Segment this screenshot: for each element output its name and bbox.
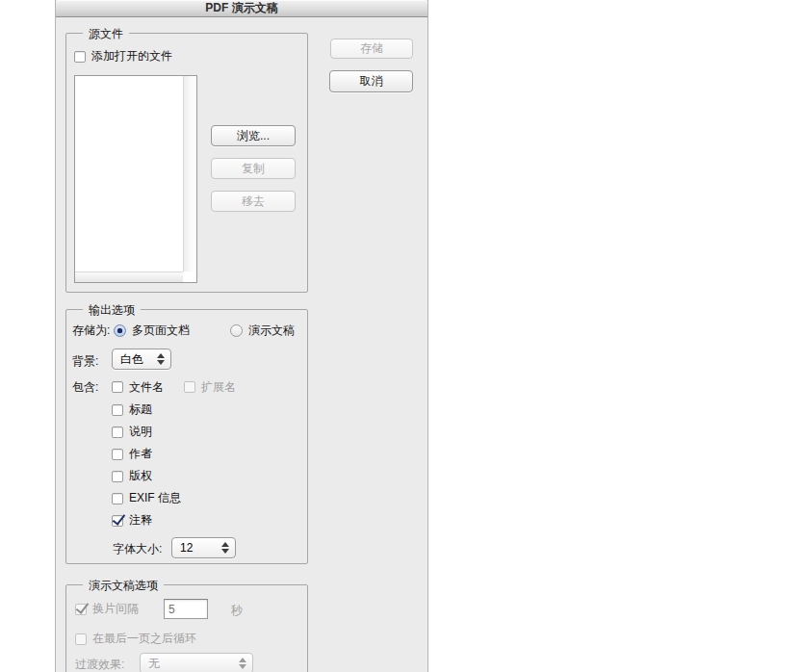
- stepper-arrows-icon: [157, 353, 165, 365]
- notes-checkbox-label: 注释: [129, 512, 152, 529]
- include-copyright-item[interactable]: 版权: [112, 468, 152, 484]
- include-title-item[interactable]: 标题: [112, 401, 152, 418]
- include-filename-item[interactable]: 文件名: [112, 379, 164, 396]
- font-size-label: 字体大小:: [113, 541, 162, 557]
- output-options-group: 输出选项 存储为: 多页面文档 演示文稿 背景: 白色: [65, 309, 308, 564]
- include-author-item[interactable]: 作者: [112, 446, 152, 462]
- presentation-options-legend: 演示文稿选项: [83, 578, 164, 594]
- notes-checkbox[interactable]: [112, 515, 123, 527]
- loop-after-last-checkbox: [75, 633, 87, 645]
- file-list-vertical-scrollbar[interactable]: [183, 76, 196, 271]
- include-exif-item[interactable]: EXIF 信息: [112, 490, 181, 506]
- description-checkbox-label: 说明: [129, 424, 152, 440]
- output-options-legend: 输出选项: [83, 302, 141, 319]
- background-popup-value: 白色: [120, 351, 143, 368]
- presentation-radio-label: 演示文稿: [248, 323, 295, 339]
- advance-every-label: 换片间隔: [92, 601, 139, 617]
- browse-button-label: 浏览...: [237, 128, 270, 144]
- file-list-horizontal-scrollbar[interactable]: [75, 271, 183, 282]
- remove-button-label: 移去: [242, 194, 265, 210]
- loop-after-last-label: 在最后一页之后循环: [92, 631, 196, 647]
- add-open-files-row[interactable]: 添加打开的文件: [74, 48, 172, 65]
- save-as-row: 存储为: 多页面文档 演示文稿: [72, 323, 303, 338]
- transition-label: 过渡效果:: [75, 657, 124, 672]
- seconds-unit-label: 秒: [231, 603, 243, 619]
- remove-button: 移去: [211, 191, 296, 212]
- source-files-group: 源文件 添加打开的文件 浏览... 复制 移去: [65, 33, 308, 293]
- source-file-list[interactable]: [74, 75, 197, 283]
- source-files-legend: 源文件: [83, 26, 129, 42]
- advance-every-row: 换片间隔: [75, 601, 139, 617]
- include-notes-item[interactable]: 注释: [112, 512, 152, 529]
- background-label: 背景:: [72, 353, 98, 370]
- stepper-arrows-icon: [239, 658, 246, 669]
- save-as-label: 存储为:: [72, 323, 110, 339]
- loop-after-last-row: 在最后一页之后循环: [75, 631, 196, 647]
- background-popup[interactable]: 白色: [112, 349, 171, 370]
- presentation-options-group: 演示文稿选项 换片间隔 秒 在最后一页之后循环 过渡效果: 无: [65, 584, 308, 672]
- save-button: 存储: [330, 39, 413, 59]
- save-as-radio-multipage[interactable]: 多页面文档: [114, 323, 190, 339]
- save-as-radio-presentation[interactable]: 演示文稿: [230, 323, 295, 339]
- add-open-files-label: 添加打开的文件: [91, 48, 172, 65]
- author-checkbox-label: 作者: [129, 446, 152, 462]
- author-checkbox[interactable]: [112, 449, 123, 460]
- exif-checkbox[interactable]: [112, 493, 123, 504]
- extension-checkbox: [184, 381, 195, 393]
- transition-popup-value: 无: [148, 656, 160, 672]
- screen: PDF 演示文稿 源文件 添加打开的文件 浏览... 复制 移去: [0, 0, 802, 672]
- save-button-label: 存储: [360, 40, 383, 57]
- filename-checkbox-label: 文件名: [129, 379, 164, 396]
- pdf-presentation-dialog: PDF 演示文稿 源文件 添加打开的文件 浏览... 复制 移去: [55, 0, 428, 672]
- extension-checkbox-label: 扩展名: [201, 379, 236, 396]
- include-row: 包含: 文件名 扩展名: [72, 379, 303, 395]
- include-description-item[interactable]: 说明: [112, 424, 152, 440]
- copyright-checkbox[interactable]: [112, 471, 123, 482]
- presentation-radio[interactable]: [230, 324, 243, 337]
- add-open-files-checkbox[interactable]: [74, 51, 86, 63]
- multipage-radio-label: 多页面文档: [132, 323, 190, 339]
- exif-checkbox-label: EXIF 信息: [129, 490, 181, 506]
- advance-seconds-field: [164, 599, 208, 619]
- advance-every-checkbox: [75, 604, 87, 615]
- copyright-checkbox-label: 版权: [129, 468, 152, 484]
- title-checkbox-label: 标题: [129, 401, 152, 418]
- cancel-button[interactable]: 取消: [329, 70, 413, 92]
- font-size-popup-value: 12: [180, 541, 193, 555]
- duplicate-button-label: 复制: [242, 161, 265, 177]
- duplicate-button: 复制: [211, 158, 296, 179]
- transition-popup: 无: [140, 653, 253, 672]
- multipage-radio[interactable]: [114, 324, 126, 337]
- cancel-button-label: 取消: [360, 73, 383, 90]
- filename-checkbox[interactable]: [112, 381, 123, 393]
- dialog-title: PDF 演示文稿: [205, 0, 277, 16]
- include-label: 包含:: [72, 379, 98, 396]
- stepper-arrows-icon: [221, 542, 229, 554]
- description-checkbox[interactable]: [112, 426, 123, 438]
- dialog-titlebar: PDF 演示文稿: [56, 0, 427, 17]
- include-extension-item: 扩展名: [184, 379, 236, 396]
- browse-button[interactable]: 浏览...: [211, 125, 296, 146]
- font-size-popup[interactable]: 12: [171, 537, 236, 558]
- title-checkbox[interactable]: [112, 404, 123, 416]
